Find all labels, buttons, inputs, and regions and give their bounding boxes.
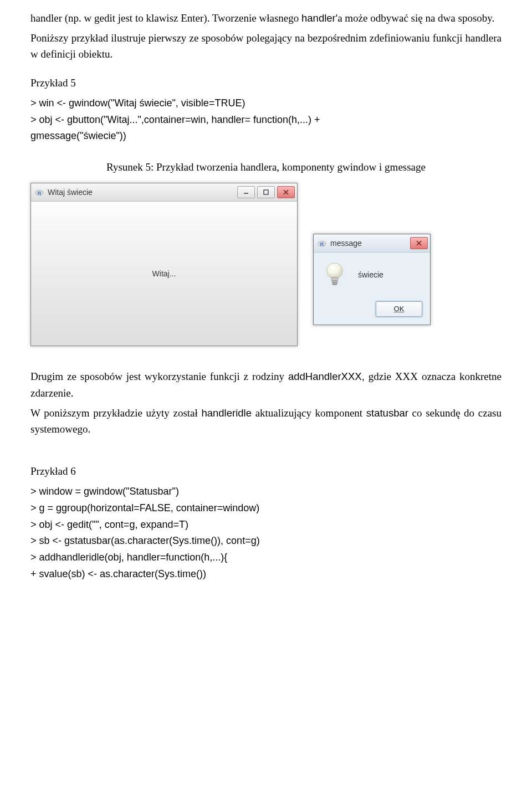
svg-rect-15 xyxy=(332,283,337,285)
middle-paragraph-2: W poniższym przykładzie użyty został han… xyxy=(30,405,502,438)
r-logo-icon: R xyxy=(34,187,44,197)
intro-paragraph-1: handler (np. w gedit jest to klawisz Ent… xyxy=(30,10,502,27)
lightbulb-icon xyxy=(321,260,348,289)
code-line: > window = gwindow("Statusbar") xyxy=(30,484,502,500)
svg-text:R: R xyxy=(320,241,324,247)
code-line: > addhandleridle(obj, handler=function(h… xyxy=(30,549,502,566)
maximize-button[interactable] xyxy=(257,186,275,198)
text: 'a może odbywać się na dwa sposoby. xyxy=(336,12,495,24)
example5-code-block: > win <- gwindow("Witaj świecie", visibl… xyxy=(30,95,502,145)
close-button[interactable] xyxy=(277,186,295,198)
svg-rect-13 xyxy=(331,277,338,281)
code-line: > obj <- gbutton("Witaj...",container=wi… xyxy=(30,112,502,129)
ok-button[interactable]: OK xyxy=(376,301,422,317)
dialog-title: message xyxy=(330,238,410,250)
gmessage-dialog: R message xyxy=(313,234,431,325)
inline-code-addhandlerxxx: addHandlerXXX, xyxy=(288,371,365,382)
example6-code-block: > window = gwindow("Statusbar") > g = gg… xyxy=(30,484,502,582)
code-line: > g = ggroup(horizontal=FALSE, container… xyxy=(30,500,502,517)
close-button[interactable] xyxy=(410,237,428,249)
intro-paragraph-2: Poniższy przykład ilustruje pierwszy ze … xyxy=(30,30,502,63)
svg-text:R: R xyxy=(37,190,41,196)
inline-code-handler: handler xyxy=(301,12,336,24)
svg-rect-4 xyxy=(264,190,268,194)
svg-point-12 xyxy=(327,263,343,279)
middle-paragraph-1: Drugim ze sposobów jest wykorzystanie fu… xyxy=(30,368,502,401)
gwindow-witaj: R Witaj świecie Witaj... xyxy=(30,183,298,346)
window-title: Witaj świecie xyxy=(48,187,237,199)
dialog-controls xyxy=(410,237,428,249)
text: W poniższym przykładzie użyty został xyxy=(30,407,201,419)
dialog-body: świecie OK xyxy=(314,253,430,325)
titlebar: R Witaj świecie xyxy=(31,183,297,202)
example6-label: Przykład 6 xyxy=(30,463,502,479)
text: aktualizujący komponent xyxy=(252,407,366,419)
witaj-button[interactable]: Witaj... xyxy=(147,267,182,281)
svg-rect-14 xyxy=(332,281,337,283)
window-controls xyxy=(237,186,295,198)
dialog-message: świecie xyxy=(358,269,383,281)
minimize-button[interactable] xyxy=(237,186,255,198)
code-line: + svalue(sb) <- as.character(Sys.time()) xyxy=(30,566,502,583)
inline-code-handleridle: handleridle xyxy=(201,407,252,419)
code-line: > obj <- gedit("", cont=g, expand=T) xyxy=(30,517,502,533)
code-line: gmessage("świecie")) xyxy=(30,128,502,145)
code-line: > win <- gwindow("Witaj świecie", visibl… xyxy=(30,95,502,112)
text: Drugim ze sposobów jest wykorzystanie fu… xyxy=(30,371,288,382)
figure5: R Witaj świecie Witaj... xyxy=(30,183,502,346)
r-logo-icon: R xyxy=(317,238,327,248)
figure5-caption: Rysunek 5: Przykład tworzenia handlera, … xyxy=(30,159,502,175)
code-line: > sb <- gstatusbar(as.character(Sys.time… xyxy=(30,533,502,549)
text: handler (np. w gedit jest to klawisz Ent… xyxy=(30,12,301,24)
client-area: Witaj... xyxy=(31,202,297,346)
inline-code-statusbar: statusbar xyxy=(366,407,408,419)
example5-label: Przykład 5 xyxy=(30,75,502,91)
dialog-titlebar: R message xyxy=(314,234,430,253)
